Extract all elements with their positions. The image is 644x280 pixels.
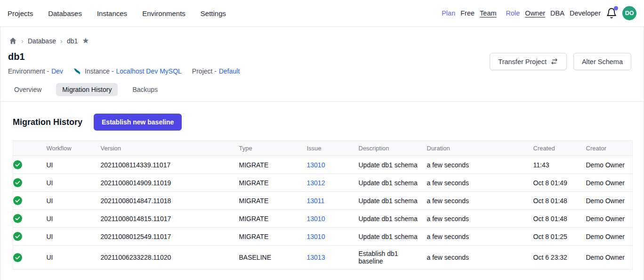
mysql-icon bbox=[73, 68, 82, 75]
issue-link[interactable]: 13010 bbox=[307, 161, 325, 169]
nav-instances[interactable]: Instances bbox=[97, 9, 127, 17]
environment-label: Environment - bbox=[8, 67, 49, 75]
page-title: db1 bbox=[8, 51, 240, 62]
cell-description: Update db1 schema bbox=[359, 174, 427, 192]
cell-description: Update db1 schema bbox=[359, 192, 427, 210]
col-created: Created bbox=[533, 141, 586, 156]
table-header-row: Workflow Version Type Issue Description … bbox=[13, 141, 633, 156]
alter-schema-button[interactable]: Alter Schema bbox=[573, 53, 631, 70]
tab-migration-history[interactable]: Migration History bbox=[56, 83, 118, 96]
cell-duration: a few seconds bbox=[427, 246, 533, 270]
main-content: › Database › db1 ★ db1 Environment - Dev bbox=[0, 27, 644, 280]
favorite-star-icon[interactable]: ★ bbox=[82, 37, 89, 45]
cell-duration: a few seconds bbox=[427, 210, 533, 228]
cell-type: MIGRATE bbox=[239, 210, 307, 228]
cell-duration: a few seconds bbox=[427, 192, 533, 210]
success-check-icon bbox=[13, 253, 43, 262]
cell-creator: Demo Owner bbox=[586, 246, 633, 270]
migration-history-section: Migration History Establish new baseline… bbox=[0, 102, 644, 270]
notification-dot bbox=[614, 6, 618, 10]
issue-link[interactable]: 13012 bbox=[307, 179, 325, 187]
nav-settings[interactable]: Settings bbox=[201, 9, 226, 17]
issue-link[interactable]: 13013 bbox=[307, 254, 325, 261]
cell-version: 20211008014847.11018 bbox=[101, 192, 239, 210]
top-navigation: Projects Databases Instances Environment… bbox=[0, 0, 644, 27]
issue-link[interactable]: 13010 bbox=[307, 215, 325, 222]
cell-version: 20211008114339.11017 bbox=[101, 156, 239, 174]
cell-created: Oct 6 23:32 bbox=[533, 246, 586, 270]
role-owner[interactable]: Owner bbox=[525, 9, 545, 17]
cell-workflow: UI bbox=[47, 156, 101, 174]
tab-backups[interactable]: Backups bbox=[126, 83, 164, 96]
cell-creator: Demo Owner bbox=[586, 174, 633, 192]
table-row: UI 20211008114339.11017 MIGRATE 13010 Up… bbox=[13, 156, 633, 174]
page-header-actions: Transfer Project Alter Schema bbox=[490, 53, 631, 70]
cell-workflow: UI bbox=[47, 192, 101, 210]
section-header: Migration History Establish new baseline bbox=[13, 114, 631, 131]
cell-description: Update db1 schema bbox=[359, 156, 427, 174]
success-check-icon bbox=[13, 214, 43, 223]
col-version: Version bbox=[101, 141, 239, 156]
instance-label: Instance - bbox=[85, 67, 113, 75]
project-label: Project - bbox=[192, 67, 217, 75]
nav-links: Projects Databases Instances Environment… bbox=[8, 9, 226, 17]
breadcrumb-current: db1 bbox=[67, 37, 78, 45]
cell-created: Oct 8 01:48 bbox=[533, 210, 586, 228]
role-developer[interactable]: Developer bbox=[570, 9, 601, 17]
table-row: UI 20211008014815.11017 MIGRATE 13010 Up… bbox=[13, 210, 633, 228]
cell-created: Oct 8 01:25 bbox=[533, 228, 586, 246]
cell-type: MIGRATE bbox=[239, 156, 307, 174]
establish-baseline-button[interactable]: Establish new baseline bbox=[94, 114, 182, 131]
cell-version: 20211006233228.11020 bbox=[101, 246, 239, 270]
table-row: UI 20211008014909.11019 MIGRATE 13012 Up… bbox=[13, 174, 633, 192]
col-description: Description bbox=[359, 141, 427, 156]
cell-type: BASELINE bbox=[239, 246, 307, 270]
nav-environments[interactable]: Environments bbox=[142, 9, 185, 17]
cell-created: Oct 8 01:48 bbox=[533, 192, 586, 210]
issue-link[interactable]: 13010 bbox=[307, 233, 325, 240]
transfer-arrows-icon bbox=[550, 58, 558, 66]
project-link[interactable]: Default bbox=[219, 67, 240, 75]
cell-creator: Demo Owner bbox=[586, 192, 633, 210]
role-dba[interactable]: DBA bbox=[550, 9, 564, 17]
environment-link[interactable]: Dev bbox=[51, 67, 63, 75]
cell-description: Update db1 schema bbox=[359, 228, 427, 246]
instance-link[interactable]: Localhost Dev MySQL bbox=[116, 67, 182, 75]
col-issue: Issue bbox=[307, 141, 359, 156]
cell-workflow: UI bbox=[47, 210, 101, 228]
nav-databases[interactable]: Databases bbox=[48, 9, 82, 17]
tab-bar: Overview Migration History Backups bbox=[0, 75, 644, 102]
cell-creator: Demo Owner bbox=[586, 210, 633, 228]
table-row: UI 20211006233228.11020 BASELINE 13013 E… bbox=[13, 246, 633, 270]
cell-type: MIGRATE bbox=[239, 192, 307, 210]
section-title: Migration History bbox=[13, 117, 82, 127]
nav-account-area: Plan Free Team Role Owner DBA Developer … bbox=[442, 6, 636, 20]
success-check-icon bbox=[13, 160, 43, 169]
breadcrumb-database[interactable]: Database bbox=[28, 37, 56, 45]
plan-team[interactable]: Team bbox=[480, 9, 496, 17]
cell-duration: a few seconds bbox=[427, 156, 533, 174]
nav-projects[interactable]: Projects bbox=[8, 9, 33, 17]
col-type: Type bbox=[239, 141, 307, 156]
success-check-icon bbox=[13, 178, 43, 187]
issue-link[interactable]: 13011 bbox=[307, 197, 325, 205]
notification-bell-icon[interactable] bbox=[606, 7, 617, 19]
cell-version: 20211008014909.11019 bbox=[101, 174, 239, 192]
page-header: db1 Environment - Dev Instance - Localho… bbox=[0, 45, 644, 75]
cell-description: Establish db1 baseline bbox=[359, 246, 427, 270]
page-header-left: db1 Environment - Dev Instance - Localho… bbox=[8, 51, 240, 75]
col-creator: Creator bbox=[586, 141, 633, 156]
chevron-right-icon: › bbox=[60, 37, 63, 45]
table-row: UI 20211008014847.11018 MIGRATE 13011 Up… bbox=[13, 192, 633, 210]
migration-history-table: Workflow Version Type Issue Description … bbox=[13, 140, 633, 270]
home-icon[interactable] bbox=[9, 37, 17, 45]
transfer-project-button[interactable]: Transfer Project bbox=[490, 53, 567, 70]
avatar[interactable]: DO bbox=[622, 6, 636, 20]
cell-duration: a few seconds bbox=[427, 228, 533, 246]
cell-creator: Demo Owner bbox=[586, 156, 633, 174]
success-check-icon bbox=[13, 232, 43, 241]
cell-created: Oct 8 01:49 bbox=[533, 174, 586, 192]
success-check-icon bbox=[13, 196, 43, 205]
tab-overview[interactable]: Overview bbox=[8, 83, 48, 96]
plan-free[interactable]: Free bbox=[460, 9, 475, 17]
